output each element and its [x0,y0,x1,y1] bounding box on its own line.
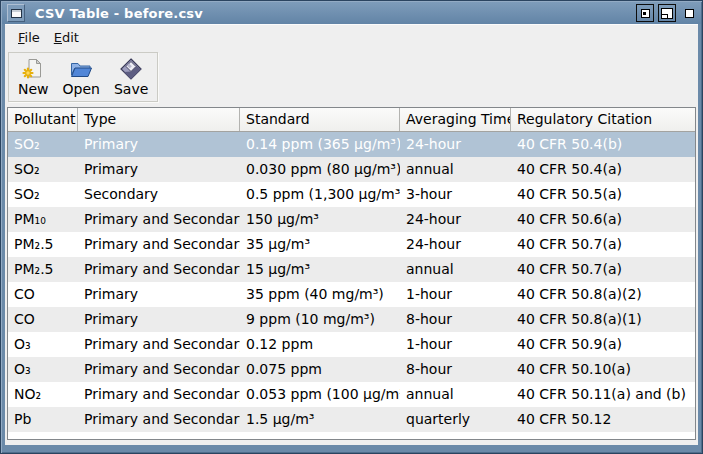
column-header-type[interactable]: Type [78,108,240,131]
cell-averaging-time: quarterly [400,407,511,432]
cell-pollutant: SO₂ [8,182,78,207]
cell-regulatory-citation: 40 CFR 50.5(a) [511,182,695,207]
cell-pollutant: SO₂ [8,157,78,182]
cell-standard: 0.030 ppm (80 µg/m³) [240,157,400,182]
window-glyph [11,9,22,18]
column-header-pollutant[interactable]: Pollutant [8,108,78,131]
close-icon [685,9,694,18]
table-row[interactable]: PM₁₀ Primary and Secondary 150 µg/m³ 24-… [8,207,695,232]
menu-edit[interactable]: Edit [47,27,86,48]
table-header: Pollutant Type Standard Averaging Time R… [8,108,695,132]
cell-standard: 150 µg/m³ [240,207,400,232]
menu-file[interactable]: File [11,27,47,48]
open-folder-icon [69,57,93,81]
new-button-label: New [18,81,49,97]
maximize-icon [661,8,673,19]
cell-pollutant: PM₂.5 [8,257,78,282]
titlebar[interactable]: CSV Table - before.csv [2,2,701,24]
cell-standard: 35 ppm (40 mg/m³) [240,282,400,307]
cell-type: Primary and Secondary [78,382,240,407]
column-header-regulatory-citation[interactable]: Regulatory Citation [511,108,695,131]
cell-averaging-time: 24-hour [400,132,511,157]
cell-type: Primary and Secondary [78,232,240,257]
cell-averaging-time: 24-hour [400,207,511,232]
cell-regulatory-citation: 40 CFR 50.10(a) [511,357,695,382]
cell-standard: 9 ppm (10 mg/m³) [240,307,400,332]
cell-regulatory-citation: 40 CFR 50.6(a) [511,207,695,232]
cell-type: Primary [78,307,240,332]
toolbar: New Open Save [8,52,158,102]
maximize-button[interactable] [658,4,676,22]
table-row[interactable]: SO₂ Secondary 0.5 ppm (1,300 µg/m³) 3-ho… [8,182,695,207]
cell-standard: 0.12 ppm [240,332,400,357]
table-row[interactable]: CO Primary 35 ppm (40 mg/m³) 1-hour 40 C… [8,282,695,307]
cell-regulatory-citation: 40 CFR 50.12 [511,407,695,432]
iconify-icon [641,9,650,18]
column-header-averaging-time[interactable]: Averaging Time [400,108,511,131]
cell-pollutant: NO₂ [8,382,78,407]
table-row[interactable]: PM₂.5 Primary and Secondary 15 µg/m³ ann… [8,257,695,282]
column-header-standard[interactable]: Standard [240,108,400,131]
cell-pollutant: SO₂ [8,132,78,157]
table-row[interactable]: NO₂ Primary and Secondary 0.053 ppm (100… [8,382,695,407]
cell-regulatory-citation: 40 CFR 50.4(a) [511,157,695,182]
cell-regulatory-citation: 40 CFR 50.8(a)(2) [511,282,695,307]
cell-standard: 1.5 µg/m³ [240,407,400,432]
iconify-button[interactable] [636,4,654,22]
cell-standard: 0.14 ppm (365 µg/m³) [240,132,400,157]
table-row[interactable]: O₃ Primary and Secondary 0.075 ppm 8-hou… [8,357,695,382]
cell-averaging-time: annual [400,382,511,407]
table-body: SO₂ Primary 0.14 ppm (365 µg/m³) 24-hour… [8,132,695,439]
cell-type: Primary and Secondary [78,407,240,432]
save-floppy-icon [119,57,143,81]
save-button[interactable]: Save [111,56,151,98]
cell-regulatory-citation: 40 CFR 50.11(a) and (b) [511,382,695,407]
cell-type: Primary [78,157,240,182]
cell-type: Primary and Secondary [78,207,240,232]
cell-standard: 0.053 ppm (100 µg/m³) [240,382,400,407]
new-button[interactable]: New [15,56,52,98]
cell-regulatory-citation: 40 CFR 50.4(b) [511,132,695,157]
table-row[interactable]: Pb Primary and Secondary 1.5 µg/m³ quart… [8,407,695,432]
open-button[interactable]: Open [60,56,103,98]
cell-type: Primary [78,282,240,307]
cell-regulatory-citation: 40 CFR 50.7(a) [511,232,695,257]
table-row[interactable]: SO₂ Primary 0.030 ppm (80 µg/m³) annual … [8,157,695,182]
cell-type: Primary and Secondary [78,257,240,282]
cell-regulatory-citation: 40 CFR 50.9(a) [511,332,695,357]
cell-standard: 0.5 ppm (1,300 µg/m³) [240,182,400,207]
cell-type: Primary [78,132,240,157]
table-row[interactable]: PM₂.5 Primary and Secondary 35 µg/m³ 24-… [8,232,695,257]
window-controls [636,4,698,22]
cell-type: Primary and Secondary [78,357,240,382]
save-button-label: Save [114,81,148,97]
cell-type: Secondary [78,182,240,207]
cell-averaging-time: 8-hour [400,307,511,332]
cell-pollutant: O₃ [8,332,78,357]
table-row[interactable]: O₃ Primary and Secondary 0.12 ppm 1-hour… [8,332,695,357]
cell-pollutant: PM₁₀ [8,207,78,232]
window-menu-icon[interactable] [7,4,25,22]
cell-averaging-time: annual [400,157,511,182]
cell-pollutant: PM₂.5 [8,232,78,257]
cell-type: Primary and Secondary [78,332,240,357]
new-document-icon [21,57,45,81]
cell-pollutant: Pb [8,407,78,432]
cell-standard: 0.075 ppm [240,357,400,382]
cell-averaging-time: annual [400,257,511,282]
cell-regulatory-citation: 40 CFR 50.8(a)(1) [511,307,695,332]
cell-pollutant: CO [8,282,78,307]
cell-averaging-time: 3-hour [400,182,511,207]
close-button[interactable] [680,4,698,22]
cell-averaging-time: 1-hour [400,332,511,357]
client-area: File Edit New [5,24,698,445]
cell-standard: 35 µg/m³ [240,232,400,257]
open-button-label: Open [63,81,100,97]
cell-pollutant: CO [8,307,78,332]
cell-averaging-time: 8-hour [400,357,511,382]
table-row[interactable]: CO Primary 9 ppm (10 mg/m³) 8-hour 40 CF… [8,307,695,332]
table-row[interactable]: SO₂ Primary 0.14 ppm (365 µg/m³) 24-hour… [8,132,695,157]
window-title: CSV Table - before.csv [35,6,203,21]
cell-averaging-time: 1-hour [400,282,511,307]
cell-pollutant: O₃ [8,357,78,382]
